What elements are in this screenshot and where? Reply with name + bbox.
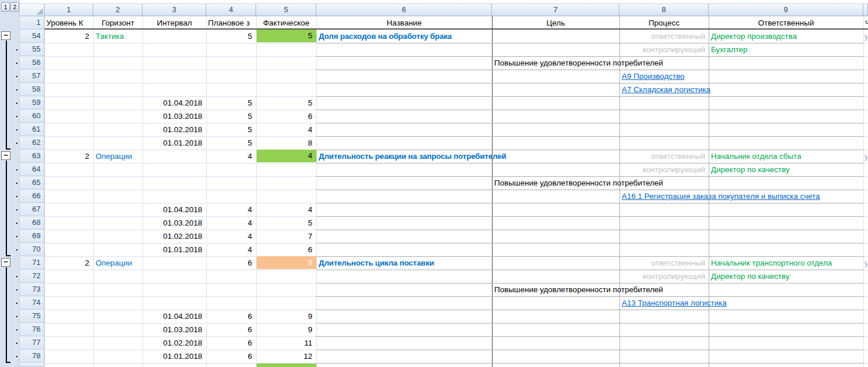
- cell[interactable]: 01.04.2018: [143, 203, 206, 216]
- cell[interactable]: 2: [45, 256, 93, 270]
- cell[interactable]: у: [863, 150, 867, 163]
- cell[interactable]: 2: [45, 150, 93, 163]
- column-header-8[interactable]: 8: [619, 3, 709, 16]
- cell[interactable]: ответственный: [619, 256, 709, 270]
- row-header[interactable]: 64: [20, 163, 45, 176]
- cell[interactable]: 6: [206, 336, 256, 350]
- cell[interactable]: Директор по качеству: [709, 270, 790, 283]
- row-header[interactable]: 60: [20, 110, 45, 123]
- cell[interactable]: Бухгалтер: [709, 43, 747, 56]
- select-all-button[interactable]: [20, 3, 45, 16]
- collapse-group-button[interactable]: −: [1, 151, 10, 160]
- cell[interactable]: 01.03.2018: [143, 216, 206, 230]
- cell[interactable]: 8: [256, 136, 316, 150]
- cell[interactable]: у: [863, 30, 867, 43]
- cell[interactable]: 5: [206, 30, 256, 43]
- column-header-clipped[interactable]: [863, 3, 868, 16]
- cell[interactable]: 5: [206, 123, 256, 136]
- column-header-7[interactable]: 7: [492, 3, 619, 16]
- cell[interactable]: 01.03.2018: [143, 323, 206, 336]
- row-header[interactable]: 65: [20, 176, 45, 190]
- cell[interactable]: Директор по качеству: [709, 163, 790, 176]
- row-header[interactable]: [20, 364, 45, 367]
- cell[interactable]: контролирующий: [619, 270, 709, 283]
- cell[interactable]: Начальник отдела сбыта: [709, 150, 801, 163]
- row-header[interactable]: 78: [20, 350, 45, 363]
- cell[interactable]: Тактика: [93, 30, 143, 43]
- cell[interactable]: Операции: [93, 256, 143, 270]
- row-header[interactable]: 62: [20, 136, 45, 150]
- cell[interactable]: Директор производства: [709, 30, 797, 43]
- cell[interactable]: 7: [256, 230, 316, 243]
- row-header[interactable]: 58: [20, 83, 45, 96]
- cell[interactable]: 01.02.2018: [143, 336, 206, 350]
- row-header[interactable]: 76: [20, 323, 45, 336]
- row-header[interactable]: 56: [20, 56, 45, 70]
- cell[interactable]: 5: [256, 96, 316, 110]
- column-header-2[interactable]: 2: [93, 3, 143, 16]
- cell[interactable]: 6: [206, 350, 256, 363]
- row-header[interactable]: 71: [20, 256, 45, 270]
- cell[interactable]: ответственный: [619, 150, 709, 163]
- cell[interactable]: 6: [206, 310, 256, 323]
- row-header[interactable]: 69: [20, 230, 45, 243]
- cell[interactable]: 6: [206, 256, 256, 270]
- process-link[interactable]: А16.1 Регистрация заказа покупателя и вы…: [619, 190, 820, 203]
- cell[interactable]: 4: [206, 203, 256, 216]
- cell[interactable]: Длительность цикла поставки: [316, 256, 434, 270]
- column-header-1[interactable]: 1: [45, 3, 93, 16]
- collapse-group-button[interactable]: −: [1, 31, 10, 40]
- cell[interactable]: 2: [45, 30, 93, 43]
- cell[interactable]: контролирующий: [619, 163, 709, 176]
- process-link[interactable]: А7 Складская логистика: [619, 83, 710, 96]
- row-header[interactable]: 66: [20, 190, 45, 203]
- cell[interactable]: у: [863, 256, 867, 270]
- cell[interactable]: 4: [206, 216, 256, 230]
- row-header[interactable]: 77: [20, 336, 45, 350]
- column-header-3[interactable]: 3: [143, 3, 206, 16]
- row-header[interactable]: 57: [20, 70, 45, 83]
- cell[interactable]: 6: [256, 243, 316, 256]
- cell[interactable]: 6: [206, 323, 256, 336]
- column-header-9[interactable]: 9: [709, 3, 863, 16]
- process-link[interactable]: А13 Транспортная логистика: [619, 296, 727, 310]
- column-header-6[interactable]: 6: [316, 3, 492, 16]
- cell[interactable]: 4: [256, 123, 316, 136]
- cell[interactable]: 9: [257, 256, 316, 269]
- cell[interactable]: ответственный: [619, 30, 709, 43]
- cell[interactable]: Повышение удовлетворенности потребителей: [492, 56, 663, 70]
- row-header[interactable]: 70: [20, 243, 45, 256]
- cell[interactable]: Повышение удовлетворенности потребителей: [492, 176, 663, 190]
- column-header-5[interactable]: 5: [256, 3, 316, 16]
- cell[interactable]: 12: [256, 350, 316, 363]
- row-header[interactable]: 68: [20, 216, 45, 230]
- cell[interactable]: контролирующий: [619, 43, 709, 56]
- cell[interactable]: Длительность реакции на запросы потребит…: [316, 150, 506, 163]
- row-header[interactable]: 63: [20, 150, 45, 163]
- cell[interactable]: 01.01.2018: [143, 136, 206, 150]
- cell[interactable]: 4: [256, 203, 316, 216]
- cell[interactable]: 4: [257, 150, 316, 162]
- cell[interactable]: 01.04.2018: [143, 96, 206, 110]
- cell[interactable]: 6: [256, 110, 316, 123]
- cell[interactable]: 11: [256, 336, 316, 350]
- collapse-group-button[interactable]: −: [1, 258, 10, 267]
- cell[interactable]: Повышение удовлетворенности потребителей: [492, 283, 663, 296]
- cell[interactable]: 01.02.2018: [143, 230, 206, 243]
- cell[interactable]: 9: [256, 310, 316, 323]
- row-header[interactable]: 61: [20, 123, 45, 136]
- row-header[interactable]: 59: [20, 96, 45, 110]
- process-link[interactable]: А9 Производство: [619, 70, 684, 83]
- row-header[interactable]: 55: [20, 43, 45, 56]
- cell[interactable]: 01.03.2018: [143, 110, 206, 123]
- cell[interactable]: 01.02.2018: [143, 123, 206, 136]
- cell[interactable]: 4: [206, 243, 256, 256]
- row-header[interactable]: 75: [20, 310, 45, 323]
- row-header[interactable]: 74: [20, 296, 45, 310]
- cell[interactable]: 5: [206, 136, 256, 150]
- cell[interactable]: 01.01.2018: [143, 350, 206, 363]
- row-header[interactable]: 1: [20, 16, 45, 30]
- cell[interactable]: 5: [206, 96, 256, 110]
- row-header[interactable]: 54: [20, 30, 45, 43]
- cell[interactable]: 5: [257, 30, 316, 42]
